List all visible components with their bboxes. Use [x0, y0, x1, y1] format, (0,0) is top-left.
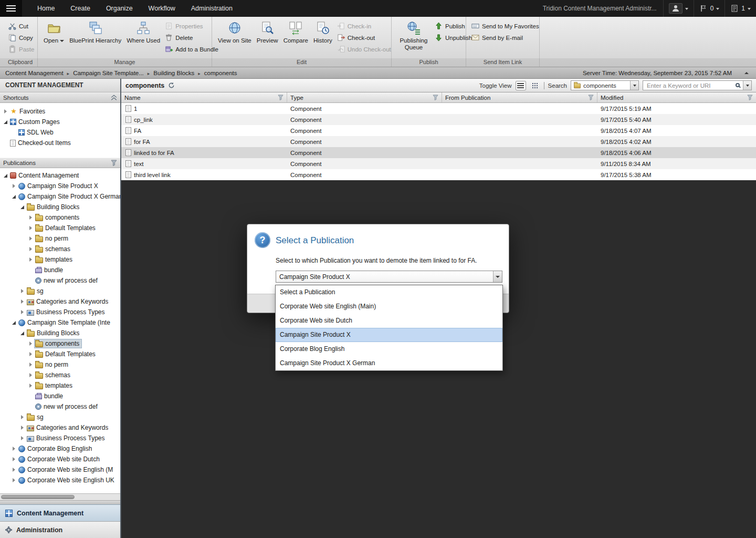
- list-view-button[interactable]: [516, 81, 526, 90]
- tree-item-folder[interactable]: schemas: [0, 244, 120, 254]
- expand-chevron-icon[interactable]: [27, 350, 35, 358]
- tree-item-folder[interactable]: Default Templates: [0, 223, 120, 233]
- refresh-icon[interactable]: [168, 82, 175, 89]
- component-row-selected[interactable]: linked to for FA Component 9/18/2015 4:0…: [121, 147, 756, 158]
- tree-item-publication[interactable]: Corporate Web site English UK: [0, 475, 120, 485]
- expand-chevron-icon[interactable]: [19, 298, 26, 305]
- collapse-chevron-icon[interactable]: [2, 118, 9, 126]
- tree-item-publication[interactable]: Corporate Web site English (M: [0, 464, 120, 475]
- expand-chevron-icon[interactable]: [27, 245, 35, 253]
- tree-item-publication[interactable]: Campaign Site Product X: [0, 181, 120, 191]
- horizontal-scrollbar[interactable]: [0, 493, 120, 500]
- collapse-chevron-icon[interactable]: [10, 319, 18, 326]
- dropdown-option-highlighted[interactable]: Campaign Site Product X: [276, 328, 502, 342]
- shortcut-favorites[interactable]: Favorites: [0, 106, 120, 117]
- expand-chevron-icon[interactable]: [10, 445, 18, 452]
- expand-chevron-icon[interactable]: [19, 308, 26, 316]
- publications-header[interactable]: Publications: [0, 158, 120, 168]
- tree-item-folder[interactable]: components: [0, 212, 120, 223]
- send-by-email-button[interactable]: Send by E-mail: [469, 32, 541, 43]
- collapse-chevron-icon[interactable]: [19, 329, 26, 337]
- blueprint-hierarchy-button[interactable]: BluePrint Hierarchy: [67, 18, 124, 44]
- tree-item-publication[interactable]: Campaign Site Template (Inte: [0, 317, 120, 328]
- column-header-name[interactable]: Name: [121, 92, 287, 102]
- tree-item-business-process-types[interactable]: Business Process Types: [0, 433, 120, 443]
- tree-item-folder[interactable]: Building Blocks: [0, 202, 120, 212]
- menu-administration[interactable]: Administration: [183, 0, 240, 17]
- shortcut-sdl-web[interactable]: SDL Web: [0, 127, 120, 138]
- publishing-queue-button[interactable]: Publishing Queue: [395, 18, 433, 51]
- expand-chevron-icon[interactable]: [19, 413, 26, 421]
- column-header-type[interactable]: Type: [287, 92, 442, 102]
- expand-chevron-icon[interactable]: [27, 371, 35, 379]
- dropdown-option[interactable]: Corporate Web site Dutch: [276, 314, 502, 328]
- grid-view-button[interactable]: [530, 81, 540, 90]
- preview-button[interactable]: Preview: [254, 18, 281, 44]
- tree-item-folder[interactable]: sg: [0, 412, 120, 422]
- collapse-section-icon[interactable]: [111, 95, 117, 101]
- sidebar-splitter[interactable]: [0, 500, 120, 504]
- menu-organize[interactable]: Organize: [98, 0, 141, 17]
- component-row[interactable]: for FA Component 9/18/2015 4:02 AM: [121, 136, 756, 147]
- expand-chevron-icon[interactable]: [19, 287, 26, 295]
- tree-item-folder[interactable]: templates: [0, 254, 120, 265]
- expand-chevron-icon[interactable]: [2, 108, 9, 115]
- breadcrumb-item[interactable]: Content Management: [5, 70, 73, 76]
- filter-icon[interactable]: [747, 95, 753, 100]
- scrollbar-thumb[interactable]: [1, 495, 75, 499]
- tree-item-folder[interactable]: templates: [0, 380, 120, 391]
- tree-item-folder[interactable]: no perm: [0, 233, 120, 244]
- shortcuts-header[interactable]: Shortcuts: [0, 92, 120, 103]
- expand-chevron-icon[interactable]: [10, 182, 18, 190]
- tree-item-business-process-types[interactable]: Business Process Types: [0, 307, 120, 317]
- tree-item-publication[interactable]: Corporate Web site Dutch: [0, 454, 120, 464]
- tree-item-folder[interactable]: Building Blocks: [0, 328, 120, 338]
- collapse-chevron-icon[interactable]: [19, 203, 26, 211]
- menu-workflow[interactable]: Workflow: [141, 0, 183, 17]
- tree-item-bundle[interactable]: bundle: [0, 265, 120, 275]
- tree-item-publication[interactable]: Campaign Site Product X German: [0, 191, 120, 202]
- expand-chevron-icon[interactable]: [27, 235, 35, 242]
- tree-item-folder[interactable]: sg: [0, 286, 120, 296]
- expand-chevron-icon[interactable]: [19, 424, 26, 431]
- tree-item-bundle[interactable]: bundle: [0, 391, 120, 401]
- expand-chevron-icon[interactable]: [27, 224, 35, 232]
- select-caret-button[interactable]: [493, 271, 502, 282]
- tree-item-categories[interactable]: Categories and Keywords: [0, 422, 120, 433]
- filter-icon[interactable]: [278, 95, 284, 100]
- shortcut-checked-out-items[interactable]: Checked-out Items: [0, 138, 120, 148]
- user-menu-button[interactable]: [663, 0, 694, 17]
- collapse-panel-button[interactable]: [742, 69, 751, 77]
- send-to-favorites-button[interactable]: Send to My Favorites: [469, 20, 541, 32]
- expand-chevron-icon[interactable]: [27, 340, 35, 347]
- dropdown-option[interactable]: Corporate Blog English: [276, 342, 502, 356]
- expand-chevron-icon[interactable]: [10, 477, 18, 484]
- messages-menu-button[interactable]: 1: [724, 0, 756, 17]
- where-used-button[interactable]: Where Used: [124, 18, 163, 44]
- expand-chevron-icon[interactable]: [10, 456, 18, 463]
- filter-icon[interactable]: [588, 95, 594, 100]
- expand-chevron-icon[interactable]: [27, 256, 35, 263]
- collapse-chevron-icon[interactable]: [2, 172, 9, 179]
- column-header-modified[interactable]: Modified: [597, 92, 756, 102]
- chevron-down-icon[interactable]: [743, 81, 751, 90]
- notifications-menu-button[interactable]: 0: [694, 0, 725, 17]
- cut-button[interactable]: Cut: [6, 20, 36, 32]
- copy-button[interactable]: Copy: [6, 32, 36, 43]
- expand-chevron-icon[interactable]: [27, 361, 35, 368]
- open-button[interactable]: Open: [41, 18, 67, 44]
- tree-item-folder[interactable]: Default Templates: [0, 349, 120, 359]
- tree-item-process[interactable]: new wf process def: [0, 401, 120, 412]
- collapse-chevron-icon[interactable]: [10, 193, 18, 200]
- tree-item-folder[interactable]: schemas: [0, 370, 120, 380]
- shortcut-custom-pages[interactable]: Custom Pages: [0, 117, 120, 127]
- component-row[interactable]: cp_link Component 9/17/2015 5:40 AM: [121, 114, 756, 125]
- tree-item-categories[interactable]: Categories and Keywords: [0, 296, 120, 307]
- hamburger-menu-button[interactable]: [0, 0, 22, 17]
- tree-item-folder-selected[interactable]: components: [0, 338, 120, 349]
- filter-icon[interactable]: [111, 160, 117, 166]
- search-scope-dropdown[interactable]: components: [571, 80, 639, 90]
- search-icon[interactable]: [736, 83, 740, 87]
- breadcrumb-item[interactable]: components: [204, 70, 237, 76]
- breadcrumb-item[interactable]: Campaign Site Template...: [73, 70, 153, 76]
